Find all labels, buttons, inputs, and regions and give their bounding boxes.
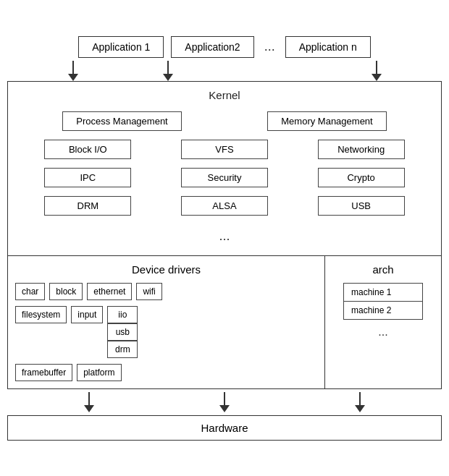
appN-box: Application n	[285, 36, 371, 58]
bottom-arrows	[7, 392, 442, 412]
dd-row-1: char block ethernet wifi	[15, 283, 317, 300]
arch-machines: machine 1 machine 2	[343, 283, 423, 320]
kernel-row-1: Process Management Memory Management	[20, 111, 429, 131]
dd-ethernet: ethernet	[87, 283, 132, 300]
dd-char: char	[15, 283, 45, 300]
networking: Networking	[318, 140, 405, 159]
dd-filesystem: filesystem	[15, 306, 67, 323]
arrow-bottom-1	[84, 392, 94, 412]
arrow-bottom-2	[219, 392, 230, 412]
dd-input: input	[71, 306, 103, 323]
kernel-row-2: Block I/O VFS Networking	[20, 140, 429, 159]
diagram: Application 1 Application2 ... Applicati…	[7, 36, 442, 441]
apps-row: Application 1 Application2 ... Applicati…	[7, 36, 442, 58]
dd-wifi: wifi	[136, 283, 161, 300]
device-drivers-title: Device drivers	[15, 263, 317, 276]
dd-framebuffer: framebuffer	[15, 364, 72, 381]
arrow-bottom-3	[355, 392, 365, 412]
app1-box: Application 1	[78, 36, 164, 58]
ipc: IPC	[44, 168, 131, 187]
hardware-box: Hardware	[7, 415, 442, 441]
dd-row-3: framebuffer platform	[15, 364, 317, 381]
alsa: ALSA	[181, 196, 268, 216]
crypto: Crypto	[318, 168, 405, 187]
machine-2: machine 2	[344, 302, 422, 319]
kernel-row-3: IPC Security Crypto	[20, 168, 429, 187]
memory-management: Memory Management	[267, 111, 386, 131]
kernel-row-4: DRM ALSA USB	[20, 196, 429, 216]
usb-kernel: USB	[318, 196, 405, 216]
kernel-box: Kernel Process Management Memory Managem…	[7, 81, 442, 256]
block-io: Block I/O	[44, 140, 131, 159]
kernel-title: Kernel	[20, 89, 429, 101]
kernel-dots: ...	[20, 229, 429, 244]
arch-section: arch machine 1 machine 2 ...	[325, 256, 441, 388]
middle-section: Device drivers char block ethernet wifi …	[7, 256, 442, 389]
kernel-grid: Process Management Memory Management Blo…	[20, 111, 429, 244]
app2-box: Application2	[171, 36, 253, 58]
dd-drm: drm	[107, 341, 138, 358]
arrow-appN	[372, 61, 382, 81]
device-drivers: Device drivers char block ethernet wifi …	[8, 256, 325, 388]
dd-grid: char block ethernet wifi filesystem inpu…	[15, 283, 317, 381]
arrow-app2	[163, 61, 173, 81]
dd-iio: iio	[107, 306, 138, 323]
dd-usb: usb	[107, 323, 138, 341]
arrow-app1	[68, 61, 78, 81]
process-management: Process Management	[62, 111, 181, 131]
dd-block: block	[49, 283, 83, 300]
dd-row-2: filesystem input iio usb drm	[15, 306, 317, 358]
arch-dots: ...	[378, 326, 387, 339]
security: Security	[181, 168, 268, 187]
machine-1: machine 1	[344, 284, 422, 302]
arch-title: arch	[372, 263, 393, 276]
apps-dots: ...	[264, 39, 275, 54]
drm-kernel: DRM	[44, 196, 131, 216]
dd-stack: iio usb drm	[107, 306, 138, 358]
dd-platform: platform	[77, 364, 121, 381]
vfs: VFS	[181, 140, 268, 159]
